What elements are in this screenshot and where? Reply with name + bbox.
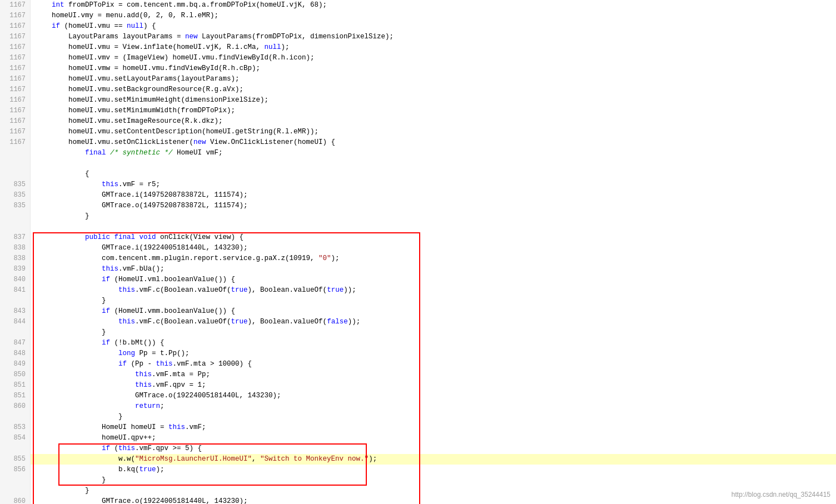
code-line: this.vmF.bUa(); <box>31 264 836 275</box>
code-line: GMTrace.i(14975208783872L, 111574); <box>31 190 836 201</box>
code-line: int fromDPToPix = com.tencent.mm.bq.a.fr… <box>31 0 836 11</box>
line-number: 847 <box>0 338 30 348</box>
line-number <box>0 327 30 338</box>
code-line: this.vmF = r5; <box>31 179 836 190</box>
line-number: 1167 <box>0 0 30 11</box>
code-line: } <box>31 327 836 338</box>
line-number: 838 <box>0 253 30 264</box>
line-number <box>0 475 30 486</box>
code-line: { <box>31 169 836 179</box>
code-line: long Pp = t.Pp(); <box>31 348 836 359</box>
code-line: homeUI.vmu.setContentDescription(homeUI.… <box>31 127 836 137</box>
line-numbers-column: 1167116711671167116711671167116711671167… <box>0 0 31 504</box>
code-viewer: 1167116711671167116711671167116711671167… <box>0 0 836 504</box>
line-number: 840 <box>0 275 30 285</box>
line-number <box>0 211 30 222</box>
code-line: if (HomeUI.vml.booleanValue()) { <box>31 275 836 285</box>
line-number: 1167 <box>0 84 30 95</box>
code-line: if (HomeUI.vmm.booleanValue()) { <box>31 306 836 317</box>
watermark: http://blog.csdn.net/qq_35244415 <box>732 491 830 498</box>
code-line <box>31 222 836 232</box>
line-number: 1167 <box>0 106 30 116</box>
line-number: 841 <box>0 285 30 296</box>
code-line: b.kq(true); <box>31 465 836 475</box>
line-number: 835 <box>0 201 30 211</box>
line-number: 837 <box>0 232 30 243</box>
code-line: } <box>31 211 836 222</box>
line-number: 839 <box>0 264 30 275</box>
code-line: homeUI.qpv++; <box>31 433 836 443</box>
line-number: 844 <box>0 317 30 327</box>
code-line: if (this.vmF.qpv >= 5) { <box>31 443 836 454</box>
line-number: 853 <box>0 422 30 433</box>
line-number: 835 <box>0 179 30 190</box>
code-line: this.vmF.mta = Pp; <box>31 370 836 380</box>
code-line: GMTrace.o(19224005181440L, 143230); <box>31 391 836 401</box>
code-line: w.w("MicroMsg.LauncherUI.HomeUI", "Switc… <box>31 454 836 465</box>
code-line: GMTrace.i(19224005181440L, 143230); <box>31 243 836 253</box>
code-line: homeUI.vmu = View.inflate(homeUI.vjK, R.… <box>31 42 836 53</box>
code-line: homeUI.vmu.setMinimumWidth(fromDPToPix); <box>31 106 836 116</box>
code-line: } <box>31 486 836 496</box>
line-number: 860 <box>0 496 30 504</box>
line-number: 854 <box>0 433 30 443</box>
code-line: if (Pp - this.vmF.mta > 10000) { <box>31 359 836 370</box>
line-number <box>0 486 30 496</box>
code-line <box>31 158 836 169</box>
code-line: this.vmF.c(Boolean.valueOf(true), Boolea… <box>31 317 836 327</box>
code-line: if (homeUI.vmu == null) { <box>31 21 836 32</box>
line-number: 848 <box>0 348 30 359</box>
line-number: 1167 <box>0 137 30 148</box>
line-number: 851 <box>0 380 30 391</box>
line-number: 838 <box>0 243 30 253</box>
code-lines: 1167116711671167116711671167116711671167… <box>0 0 836 504</box>
code-column: int fromDPToPix = com.tencent.mm.bq.a.fr… <box>31 0 836 504</box>
line-number <box>0 169 30 179</box>
code-line: this.vmF.qpv = 1; <box>31 380 836 391</box>
line-number: 850 <box>0 370 30 380</box>
line-number: 1167 <box>0 21 30 32</box>
code-line: this.vmF.c(Boolean.valueOf(true), Boolea… <box>31 285 836 296</box>
code-line: LayoutParams layoutParams = new LayoutPa… <box>31 32 836 42</box>
code-line: final /* synthetic */ HomeUI vmF; <box>31 148 836 158</box>
line-number: 1167 <box>0 95 30 106</box>
line-number: 851 <box>0 391 30 401</box>
code-line: return; <box>31 401 836 412</box>
line-number: 835 <box>0 190 30 201</box>
line-number: 1167 <box>0 63 30 74</box>
code-line: homeUI.vmu.setImageResource(R.k.dkz); <box>31 116 836 127</box>
line-number: 860 <box>0 401 30 412</box>
line-number: 1167 <box>0 127 30 137</box>
line-number <box>0 443 30 454</box>
code-line: homeUI.vmu.setBackgroundResource(R.g.aVx… <box>31 84 836 95</box>
code-line: GMTrace.o(14975208783872L, 111574); <box>31 201 836 211</box>
line-number <box>0 148 30 158</box>
line-number: 1167 <box>0 53 30 63</box>
code-line: homeUI.vmv = (ImageView) homeUI.vmu.find… <box>31 53 836 63</box>
code-line: homeUI.vmu.setLayoutParams(layoutParams)… <box>31 74 836 84</box>
code-line: HomeUI homeUI = this.vmF; <box>31 422 836 433</box>
line-number <box>0 158 30 169</box>
line-number: 849 <box>0 359 30 370</box>
line-number <box>0 296 30 306</box>
code-line: if (!b.bMt()) { <box>31 338 836 348</box>
line-number <box>0 412 30 422</box>
line-number: 1167 <box>0 116 30 127</box>
code-line: } <box>31 475 836 486</box>
code-line: public final void onClick(View view) { <box>31 232 836 243</box>
line-number: 1167 <box>0 74 30 84</box>
line-number: 1167 <box>0 42 30 53</box>
line-number: 843 <box>0 306 30 317</box>
line-number: 855 <box>0 454 30 465</box>
line-number: 1167 <box>0 32 30 42</box>
line-number: 1167 <box>0 11 30 21</box>
line-number: 856 <box>0 465 30 475</box>
code-line: com.tencent.mm.plugin.report.service.g.p… <box>31 253 836 264</box>
code-line: GMTrace.o(19224005181440L, 143230); <box>31 496 836 504</box>
code-line: homeUI.vmw = homeUI.vmu.findViewById(R.h… <box>31 63 836 74</box>
code-line: homeUI.vmu.setOnClickListener(new View.O… <box>31 137 836 148</box>
line-number <box>0 222 30 232</box>
code-line: } <box>31 412 836 422</box>
code-line: homeUI.vmy = menu.add(0, 2, 0, R.l.eMR); <box>31 11 836 21</box>
code-line: homeUI.vmu.setMinimumHeight(dimensionPix… <box>31 95 836 106</box>
